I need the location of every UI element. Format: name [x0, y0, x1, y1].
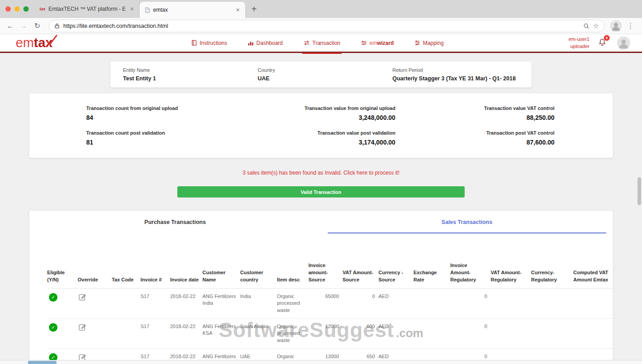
nav-item-dashboard[interactable]: Dashboard — [248, 34, 283, 53]
field-label: Country — [258, 67, 392, 73]
valid-transaction-button[interactable]: Valid Transaction — [177, 186, 465, 197]
browser-tab-emtax[interactable]: emtax × — [140, 2, 245, 18]
col-header-tax-code: Tax Code — [112, 262, 141, 288]
address-bar[interactable]: https://lite.emtaxtech.com/transaction.h… — [48, 20, 605, 32]
tax-code-cell — [112, 288, 141, 318]
field-label: Entity Name — [123, 67, 258, 73]
nav-label: Dashboard — [256, 40, 283, 46]
summary-label: Transaction count from original upload — [86, 105, 236, 111]
eligible-cell: ✓ — [47, 288, 78, 318]
notifications-button[interactable]: 0 — [598, 38, 606, 48]
return-period-field: Return Period Quarterly Stagger 3 (Tax Y… — [392, 67, 519, 82]
tab-favicon-tax-icon: tax — [40, 7, 45, 11]
tab-sales-transactions[interactable]: Sales Transactions — [321, 211, 613, 233]
col-header-eligible: Eligible (Y/N) — [47, 262, 78, 288]
horizontal-scrollbar-thumb[interactable] — [28, 361, 57, 364]
emtax-logo[interactable]: emtax — [16, 35, 53, 50]
exchange-rate-cell — [413, 288, 450, 318]
field-value: Quarterly Stagger 3 (Tax YE 31 Mar) - Q1… — [392, 75, 519, 82]
page-content: Entity Name Test Entity 1 Country UAE Re… — [0, 53, 642, 363]
summary-label: Transaction count post validation — [86, 130, 236, 136]
summary-label: Transaction value VAT control — [405, 105, 554, 111]
override-edit-button[interactable] — [79, 293, 86, 301]
nav-item-transaction[interactable]: Transaction — [303, 34, 340, 53]
col-header-customer-name: Customer Name — [202, 262, 240, 288]
field-value: UAE — [258, 75, 392, 82]
country-field: Country UAE — [258, 67, 392, 82]
window-controls — [4, 0, 34, 18]
eligible-check-icon: ✓ — [49, 323, 57, 332]
computed-vat-cell — [573, 318, 613, 348]
override-cell — [78, 318, 112, 348]
col-header-invoice-amount-source: Invoice amount-Source — [308, 262, 343, 288]
col-header-invoice-no: Invoice # — [141, 262, 170, 288]
invoice-no-cell: S17 — [141, 318, 170, 348]
tab-close-icon[interactable]: × — [130, 5, 134, 13]
browser-toolbar: ← → ↻ https://lite.emtaxtech.com/transac… — [0, 18, 642, 34]
nav-item-emwizard[interactable]: emwizard — [361, 34, 394, 53]
summary-value: 87,600.00 — [405, 139, 554, 146]
col-header-invoice-amount-regulatory: Invoice Amount-Regulatory — [450, 262, 491, 288]
tab-purchase-transactions[interactable]: Purchase Transactions — [29, 211, 321, 233]
col-header-vat-amount-source: VAT Amount-Source — [343, 262, 378, 288]
transaction-summary-card: Transaction count from original upload 8… — [29, 93, 613, 158]
col-header-item-desc: Item desc — [277, 262, 308, 288]
transactions-tabs: Purchase Transactions Sales Transactions — [29, 211, 613, 233]
col-header-customer-country: Customer country — [240, 262, 277, 288]
col-header-computed-vat: Computed VAT Amount Emtax — [573, 262, 613, 288]
currency-regulatory-cell — [531, 318, 573, 348]
exchange-rate-cell — [413, 318, 450, 348]
item-desc-cell: Organic processed waste — [277, 288, 308, 318]
user-role: uploader — [569, 43, 589, 50]
vat-amount-source-cell: 0 — [343, 288, 378, 318]
eligible-cell: ✓ — [47, 318, 78, 348]
user-name: em-user1 — [569, 36, 589, 43]
invoice-amount-source-cell: 12000 — [308, 318, 343, 348]
currency-source-cell: AED — [378, 288, 413, 318]
window-zoom-button[interactable] — [23, 6, 29, 12]
vertical-scrollbar-thumb[interactable] — [638, 177, 641, 205]
summary-value: 88,250.00 — [405, 114, 554, 121]
invalid-items-notice-link[interactable]: 3 sales item(s) has been found as Invali… — [0, 170, 642, 176]
nav-item-mapping[interactable]: Mapping — [414, 34, 444, 53]
horizontal-scrollbar-track[interactable] — [0, 360, 642, 364]
window-close-button[interactable] — [5, 6, 11, 12]
transactions-card: Purchase Transactions Sales Transactions… — [29, 211, 613, 363]
nav-item-instructions[interactable]: Instructions — [191, 34, 227, 53]
invoice-date-cell: 2018-02-22 — [170, 318, 202, 348]
notification-badge: 0 — [604, 35, 610, 41]
tab-title: EmtaxTECH ™ VAT platform - E — [48, 6, 127, 12]
customer-name-cell: ANG Fertilizers India — [202, 288, 240, 318]
currency-source-cell: AED — [378, 318, 413, 348]
summary-label: Transaction post VAT control — [405, 130, 554, 136]
instructions-book-icon — [191, 40, 197, 46]
emwizard-sliders-icon — [361, 40, 367, 46]
col-header-vat-amount-regulatory: VAT Amount-Regulatory — [491, 262, 531, 288]
col-header-invoice-date: Invoice date — [170, 262, 202, 288]
browser-tab-emtaxtech[interactable]: tax EmtaxTECH ™ VAT platform - E × — [34, 0, 140, 18]
tab-close-icon[interactable]: × — [236, 6, 240, 13]
nav-label: Transaction — [312, 40, 340, 46]
entity-info-card: Entity Name Test Entity 1 Country UAE Re… — [110, 61, 532, 88]
invoice-amount-source-cell: 65000 — [308, 288, 343, 318]
override-edit-button[interactable] — [79, 323, 86, 331]
logo-text-em: em — [16, 35, 34, 50]
bookmark-star-icon[interactable]: ☆ — [593, 22, 599, 30]
window-minimize-button[interactable] — [14, 6, 20, 12]
zoom-icon[interactable] — [583, 23, 589, 29]
edit-pencil-icon — [79, 323, 86, 331]
col-header-override: Override — [78, 262, 112, 288]
table-row: ✓ S17 2018-02-22 ANG Fertilizers KSA Sau… — [47, 318, 613, 348]
invoice-date-cell: 2018-02-22 — [170, 288, 202, 318]
browser-profile-icon[interactable] — [610, 20, 622, 32]
reload-button[interactable]: ↻ — [31, 22, 43, 30]
forward-button[interactable]: → — [18, 22, 30, 30]
summary-count-post-validation: Transaction count post validation 81 — [86, 130, 236, 146]
new-tab-button[interactable]: + — [251, 0, 257, 18]
override-cell — [78, 288, 112, 318]
dashboard-chart-icon — [248, 40, 254, 46]
tax-code-cell — [112, 318, 141, 348]
back-button[interactable]: ← — [4, 22, 16, 30]
user-avatar[interactable] — [617, 36, 630, 50]
browser-menu-icon[interactable]: ⋮ — [624, 22, 638, 30]
